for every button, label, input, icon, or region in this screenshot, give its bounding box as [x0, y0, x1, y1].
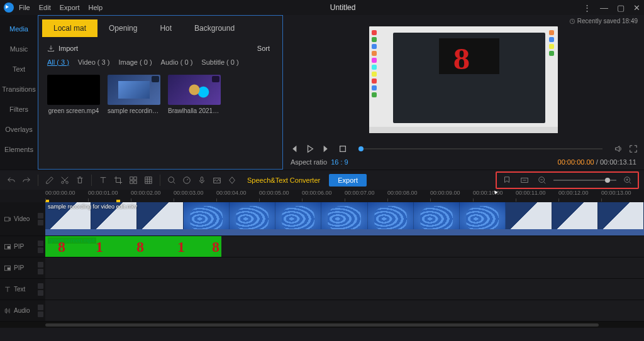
maximize-icon[interactable]: ▢ [617, 3, 625, 13]
mptab-hot[interactable]: Hot [148, 19, 183, 37]
aspect-ratio-label[interactable]: Aspect ratio 16 : 9 [291, 158, 348, 166]
sidetab-filters[interactable]: Filters [0, 99, 38, 119]
video-clip[interactable]: sample recording for video edit.mkv [45, 202, 644, 235]
mptab-background[interactable]: Background [183, 19, 246, 37]
preview-controls [288, 141, 639, 157]
timeline-ruler[interactable]: 00:00:00.00 00:00:01.00 00:00:02.00 00:0… [0, 190, 644, 202]
tick: 00:00:02.00 [131, 190, 174, 202]
fit-icon[interactable] [518, 174, 531, 187]
media-thumb-2[interactable]: sample recording for... [108, 75, 160, 114]
undo-icon[interactable] [5, 174, 18, 187]
lock-icon[interactable] [38, 213, 43, 219]
eye-icon[interactable] [38, 220, 43, 225]
menu-export[interactable]: Export [60, 4, 80, 11]
pip-clip[interactable]: green screen.mp4 8 1 8 1 8 [45, 236, 221, 257]
play-icon[interactable] [306, 144, 314, 153]
stop-icon[interactable] [338, 144, 347, 153]
screenshot-icon[interactable] [211, 174, 223, 187]
window-controls: ⋮ — ▢ ✕ [583, 3, 640, 13]
clock-icon [569, 18, 575, 24]
next-frame-icon[interactable] [322, 144, 331, 153]
text-icon [4, 286, 11, 293]
marker-icon[interactable] [501, 174, 513, 187]
time-label: 00:00:00.00 / 00:00:13.11 [558, 158, 636, 166]
prev-frame-icon[interactable] [289, 144, 298, 153]
media-thumb-3[interactable]: Brawlhalla 2021-12-... [168, 75, 221, 114]
media-badge-icon [212, 76, 219, 82]
speed-icon[interactable] [180, 174, 193, 187]
preview-video[interactable]: 8 [369, 26, 558, 133]
zoom-out-icon[interactable] [536, 174, 548, 187]
timeline-scrollbar[interactable] [0, 322, 644, 328]
minimize-icon[interactable]: — [600, 3, 608, 13]
sidetab-overlays[interactable]: Overlays [0, 119, 38, 139]
clip-label: sample recording for video edit.mkv [48, 203, 137, 210]
export-button[interactable]: Export [329, 174, 367, 187]
delete-icon[interactable] [74, 174, 86, 187]
cut-icon[interactable] [58, 174, 71, 187]
keyframe-icon[interactable] [226, 174, 238, 187]
filter-audio[interactable]: Audio ( 0 ) [161, 58, 193, 66]
eye-icon[interactable] [38, 269, 43, 274]
preview-scrubber[interactable] [358, 148, 602, 149]
mptab-opening[interactable]: Opening [97, 19, 148, 37]
sidetab-elements[interactable]: Elements [0, 139, 38, 160]
media-thumb-1[interactable]: green screen.mp4 [47, 75, 100, 114]
track-label: Text [14, 286, 25, 293]
import-label: Import [58, 45, 78, 52]
tick: 00:00:13.00 [601, 190, 644, 202]
mic-icon[interactable] [196, 174, 208, 187]
track-audio: Audio [0, 300, 644, 322]
menu-help[interactable]: Help [89, 4, 103, 11]
more-icon[interactable]: ⋮ [583, 3, 591, 13]
app-icon [4, 3, 14, 13]
eye-icon[interactable] [38, 247, 43, 253]
zoom-in-icon[interactable] [621, 174, 634, 187]
eye-icon[interactable] [38, 311, 43, 317]
close-icon[interactable]: ✕ [633, 3, 640, 13]
crop-icon[interactable] [112, 174, 125, 187]
zoom-icon[interactable] [165, 174, 178, 187]
tick: 00:00:01.00 [88, 190, 131, 202]
lock-icon[interactable] [38, 241, 43, 246]
import-button[interactable]: Import [47, 45, 78, 52]
tick: 00:00:07.00 [345, 190, 387, 202]
speech-converter-button[interactable]: Speech&Text Converter [247, 176, 320, 184]
eye-icon[interactable] [38, 290, 43, 296]
volume-icon[interactable] [614, 144, 623, 153]
svg-point-8 [169, 176, 174, 182]
zoom-slider[interactable] [553, 180, 616, 181]
menu-edit[interactable]: Edit [39, 4, 51, 11]
sidetab-music[interactable]: Music [0, 39, 38, 59]
lock-icon[interactable] [38, 262, 43, 268]
tick: 00:00:04.00 [216, 190, 259, 202]
lock-icon[interactable] [38, 305, 43, 310]
filter-subtitle[interactable]: Subtitle ( 0 ) [201, 58, 238, 66]
sidetab-media[interactable]: Media [0, 19, 38, 39]
redo-icon[interactable] [20, 174, 33, 187]
mptab-local[interactable]: Local mat [42, 19, 97, 37]
text-tool-icon[interactable] [97, 174, 109, 187]
svg-rect-15 [5, 217, 9, 221]
video-icon [4, 215, 11, 223]
menu-file[interactable]: File [19, 4, 30, 11]
lock-icon[interactable] [38, 283, 43, 289]
filter-video[interactable]: Video ( 3 ) [78, 58, 110, 66]
mosaic-icon[interactable] [127, 174, 140, 187]
edit-icon[interactable] [43, 174, 56, 187]
tick: 00:00:03.00 [174, 190, 216, 202]
media-panel: Local mat Opening Hot Background Import … [38, 15, 283, 170]
timeline: 00:00:00.00 00:00:01.00 00:00:02.00 00:0… [0, 190, 644, 328]
media-badge-icon [152, 76, 159, 82]
filter-image[interactable]: Image ( 0 ) [118, 58, 152, 66]
filter-all[interactable]: All ( 3 ) [47, 58, 69, 66]
sidetab-transitions[interactable]: Transitions [0, 79, 38, 99]
svg-rect-19 [8, 268, 10, 269]
sort-button[interactable]: Sort [257, 45, 274, 52]
svg-rect-17 [8, 246, 10, 248]
sidetab-text[interactable]: Text [0, 59, 38, 79]
clip-label: green screen.mp4 [48, 237, 96, 244]
grid-icon[interactable] [142, 174, 155, 187]
fullscreen-icon[interactable] [629, 144, 638, 153]
track-label: PIP [14, 243, 24, 250]
